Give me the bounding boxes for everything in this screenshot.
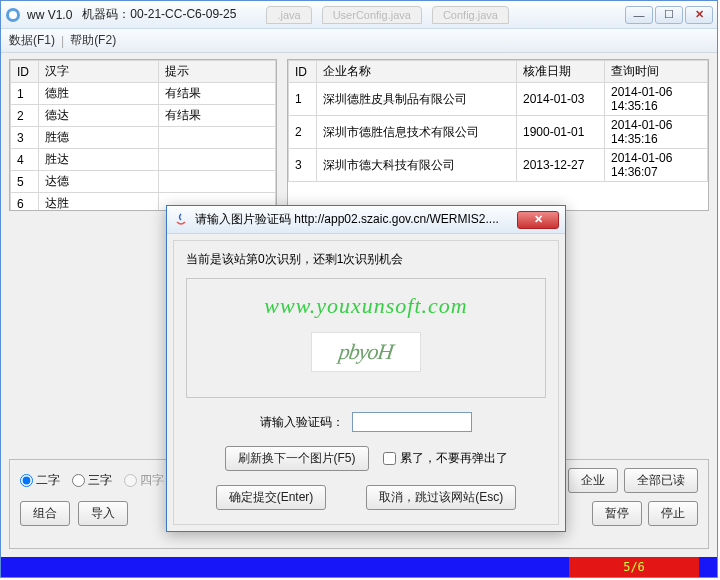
content-area: ID 汉字 提示 1德胜有结果 2德达有结果 3胜德 4胜达 5达德 6达胜 I… bbox=[1, 53, 717, 211]
table-row[interactable]: 5达德 bbox=[11, 171, 276, 193]
window-title: ww V1.0 bbox=[27, 8, 72, 22]
bg-tab: .java bbox=[266, 6, 311, 24]
tired-checkbox[interactable] bbox=[383, 452, 396, 465]
dialog-titlebar: 请输入图片验证码 http://app02.szaic.gov.cn/WERMI… bbox=[167, 206, 565, 234]
menu-data[interactable]: 数据(F1) bbox=[9, 32, 55, 49]
import-button[interactable]: 导入 bbox=[78, 501, 128, 526]
watermark-text: www.youxunsoft.com bbox=[264, 293, 467, 319]
radio-three[interactable]: 三字 bbox=[72, 472, 112, 489]
pause-button[interactable]: 暂停 bbox=[592, 501, 642, 526]
captcha-image: pbyoH bbox=[311, 332, 421, 372]
col-query-time[interactable]: 查询时间 bbox=[605, 61, 708, 83]
machine-id: 机器码：00-21-CC-C6-09-25 bbox=[82, 6, 236, 23]
captcha-input[interactable] bbox=[352, 412, 472, 432]
tired-checkbox-label[interactable]: 累了，不要再弹出了 bbox=[383, 450, 508, 467]
radio-four[interactable]: 四字 bbox=[124, 472, 164, 489]
bg-tab: UserConfig.java bbox=[322, 6, 422, 24]
maximize-button[interactable]: ☐ bbox=[655, 6, 683, 24]
svg-point-1 bbox=[9, 11, 17, 19]
all-read-button[interactable]: 全部已读 bbox=[624, 468, 698, 493]
titlebar: ww V1.0 机器码：00-21-CC-C6-09-25 .java User… bbox=[1, 1, 717, 29]
dialog-message: 当前是该站第0次识别，还剩1次识别机会 bbox=[186, 251, 546, 268]
table-row[interactable]: 3胜德 bbox=[11, 127, 276, 149]
captcha-glyphs: pbyoH bbox=[337, 339, 394, 365]
col-company[interactable]: 企业名称 bbox=[317, 61, 517, 83]
menubar: 数据(F1) | 帮助(F2) bbox=[1, 29, 717, 53]
table-row[interactable]: 3深圳市德大科技有限公司2013-12-272014-01-06 14:36:0… bbox=[289, 149, 708, 182]
char-count-radios: 二字 三字 四字 bbox=[20, 472, 164, 489]
menu-help[interactable]: 帮助(F2) bbox=[70, 32, 116, 49]
col-hint[interactable]: 提示 bbox=[159, 61, 276, 83]
table-header-row: ID 企业名称 核准日期 查询时间 bbox=[289, 61, 708, 83]
progress-bar-left bbox=[1, 557, 569, 577]
stop-button[interactable]: 停止 bbox=[648, 501, 698, 526]
table-row[interactable]: 1德胜有结果 bbox=[11, 83, 276, 105]
table-header-row: ID 汉字 提示 bbox=[11, 61, 276, 83]
cancel-button[interactable]: 取消，跳过该网站(Esc) bbox=[366, 485, 516, 510]
menu-separator: | bbox=[61, 34, 64, 48]
right-table: ID 企业名称 核准日期 查询时间 1深圳德胜皮具制品有限公司2014-01-0… bbox=[287, 59, 709, 211]
col-id[interactable]: ID bbox=[289, 61, 317, 83]
statusbar: 5/6 bbox=[1, 557, 717, 577]
app-icon bbox=[5, 7, 21, 23]
dialog-body: 当前是该站第0次识别，还剩1次识别机会 www.youxunsoft.com p… bbox=[173, 240, 559, 525]
left-table: ID 汉字 提示 1德胜有结果 2德达有结果 3胜德 4胜达 5达德 6达胜 bbox=[9, 59, 277, 211]
window-controls: — ☐ ✕ bbox=[625, 6, 713, 24]
all-company-button[interactable]: 企业 bbox=[568, 468, 618, 493]
captcha-frame: www.youxunsoft.com pbyoH bbox=[186, 278, 546, 398]
close-button[interactable]: ✕ bbox=[685, 6, 713, 24]
bg-tab: Config.java bbox=[432, 6, 509, 24]
dialog-close-button[interactable]: ✕ bbox=[517, 211, 559, 229]
progress-text: 5/6 bbox=[569, 557, 699, 577]
tables-row: ID 汉字 提示 1德胜有结果 2德达有结果 3胜德 4胜达 5达德 6达胜 I… bbox=[9, 59, 709, 211]
progress-bar-right bbox=[699, 557, 717, 577]
main-window: ww V1.0 机器码：00-21-CC-C6-09-25 .java User… bbox=[0, 0, 718, 578]
table-row[interactable]: 4胜达 bbox=[11, 149, 276, 171]
col-approve-date[interactable]: 核准日期 bbox=[517, 61, 605, 83]
table-row[interactable]: 2深圳市德胜信息技术有限公司1900-01-012014-01-06 14:35… bbox=[289, 116, 708, 149]
combine-button[interactable]: 组合 bbox=[20, 501, 70, 526]
radio-two[interactable]: 二字 bbox=[20, 472, 60, 489]
col-id[interactable]: ID bbox=[11, 61, 39, 83]
table-row[interactable]: 2德达有结果 bbox=[11, 105, 276, 127]
dialog-title: 请输入图片验证码 http://app02.szaic.gov.cn/WERMI… bbox=[195, 211, 499, 228]
submit-button[interactable]: 确定提交(Enter) bbox=[216, 485, 327, 510]
background-tabs: .java UserConfig.java Config.java bbox=[266, 6, 625, 24]
refresh-captcha-button[interactable]: 刷新换下一个图片(F5) bbox=[225, 446, 369, 471]
minimize-button[interactable]: — bbox=[625, 6, 653, 24]
col-hanzi[interactable]: 汉字 bbox=[39, 61, 159, 83]
java-icon bbox=[173, 212, 189, 228]
captcha-input-label: 请输入验证码： bbox=[260, 414, 344, 431]
table-row[interactable]: 1深圳德胜皮具制品有限公司2014-01-032014-01-06 14:35:… bbox=[289, 83, 708, 116]
captcha-dialog: 请输入图片验证码 http://app02.szaic.gov.cn/WERMI… bbox=[166, 205, 566, 532]
